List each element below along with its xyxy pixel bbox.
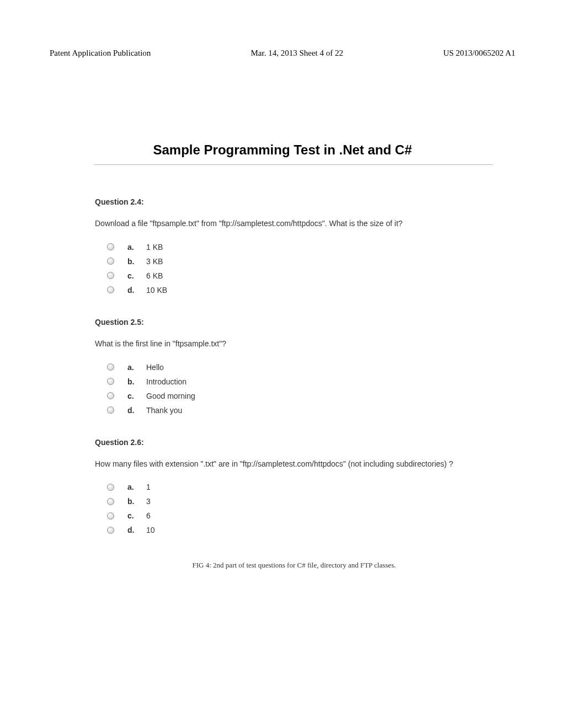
option-text: 10 bbox=[146, 526, 493, 534]
radio-icon[interactable] bbox=[107, 392, 114, 399]
header-patent-number: US 2013/0065202 A1 bbox=[443, 49, 515, 58]
option-text: 6 KB bbox=[146, 271, 493, 280]
question-heading: Question 2.5: bbox=[95, 318, 493, 326]
option-text: 3 KB bbox=[146, 257, 493, 266]
question-block: Question 2.4: Download a file "ftpsample… bbox=[95, 197, 493, 295]
option-row[interactable]: b. 3 KB bbox=[107, 257, 493, 266]
question-heading: Question 2.6: bbox=[95, 438, 493, 447]
title-divider bbox=[94, 164, 493, 165]
question-heading: Question 2.4: bbox=[95, 197, 493, 206]
option-row[interactable]: c. 6 KB bbox=[107, 271, 493, 280]
option-letter: a. bbox=[127, 243, 146, 251]
question-text: Download a file "ftpsample.txt" from "ft… bbox=[95, 217, 493, 231]
radio-icon[interactable] bbox=[107, 406, 114, 414]
figure-caption: FIG 4: 2nd part of test questions for C#… bbox=[95, 561, 493, 570]
radio-icon[interactable] bbox=[107, 363, 114, 371]
question-block: Question 2.6: How many files with extens… bbox=[95, 438, 493, 535]
content-area: Question 2.4: Download a file "ftpsample… bbox=[95, 197, 493, 570]
option-text: 1 bbox=[146, 483, 493, 491]
option-letter: c. bbox=[127, 392, 146, 400]
option-row[interactable]: a. 1 bbox=[107, 483, 493, 491]
radio-icon[interactable] bbox=[107, 286, 114, 293]
header-publication: Patent Application Publication bbox=[50, 49, 151, 58]
page-title: Sample Programming Test in .Net and C# bbox=[0, 142, 565, 158]
radio-icon[interactable] bbox=[107, 512, 114, 520]
option-row[interactable]: d. 10 bbox=[107, 526, 493, 534]
radio-icon[interactable] bbox=[107, 272, 114, 279]
option-letter: d. bbox=[127, 286, 146, 295]
radio-icon[interactable] bbox=[107, 258, 114, 265]
option-letter: a. bbox=[127, 363, 146, 372]
option-row[interactable]: b. 3 bbox=[107, 497, 493, 506]
option-text: 6 bbox=[146, 511, 493, 520]
option-row[interactable]: d. 10 KB bbox=[107, 286, 493, 295]
question-block: Question 2.5: What is the first line in … bbox=[95, 318, 493, 415]
option-text: Thank you bbox=[146, 406, 493, 415]
option-text: 1 KB bbox=[146, 243, 493, 251]
option-text: Introduction bbox=[146, 377, 493, 386]
option-row[interactable]: c. 6 bbox=[107, 511, 493, 520]
option-letter: d. bbox=[127, 406, 146, 415]
option-text: 3 bbox=[146, 497, 493, 506]
question-text: What is the first line in "ftpsample.txt… bbox=[95, 338, 493, 351]
radio-icon[interactable] bbox=[107, 527, 114, 534]
options-group: a. 1 b. 3 c. 6 d. 10 bbox=[107, 483, 493, 534]
option-row[interactable]: c. Good morning bbox=[107, 392, 493, 400]
option-row[interactable]: a. Hello bbox=[107, 363, 493, 372]
header-date-sheet: Mar. 14, 2013 Sheet 4 of 22 bbox=[250, 49, 343, 58]
option-text: Good morning bbox=[146, 392, 493, 400]
option-letter: a. bbox=[127, 483, 146, 491]
options-group: a. 1 KB b. 3 KB c. 6 KB d. 10 KB bbox=[107, 243, 493, 295]
page-header: Patent Application Publication Mar. 14, … bbox=[50, 49, 515, 58]
option-row[interactable]: b. Introduction bbox=[107, 377, 493, 386]
radio-icon[interactable] bbox=[107, 243, 114, 250]
option-letter: b. bbox=[127, 497, 146, 506]
option-row[interactable]: a. 1 KB bbox=[107, 243, 493, 251]
option-text: 10 KB bbox=[146, 286, 493, 295]
option-letter: c. bbox=[127, 271, 146, 280]
question-text: How many files with extension ".txt" are… bbox=[95, 458, 493, 471]
option-letter: b. bbox=[127, 377, 146, 386]
options-group: a. Hello b. Introduction c. Good morning… bbox=[107, 363, 493, 415]
option-row[interactable]: d. Thank you bbox=[107, 406, 493, 415]
option-letter: c. bbox=[127, 511, 146, 520]
radio-icon[interactable] bbox=[107, 498, 114, 505]
option-letter: d. bbox=[127, 526, 146, 534]
radio-icon[interactable] bbox=[107, 484, 114, 491]
radio-icon[interactable] bbox=[107, 378, 114, 385]
option-letter: b. bbox=[127, 257, 146, 266]
option-text: Hello bbox=[146, 363, 493, 372]
